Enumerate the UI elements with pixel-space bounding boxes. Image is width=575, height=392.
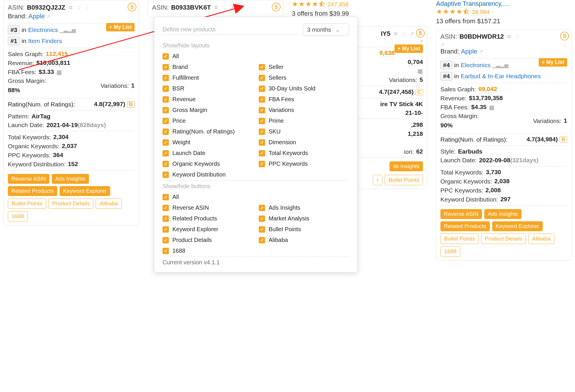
1688-button[interactable]: 1688 [8, 211, 28, 222]
checkbox-icon: ✓ [259, 129, 265, 135]
chart-icon[interactable]: ▁▃▂▅ [492, 62, 508, 68]
category-link[interactable]: Item Finders [28, 38, 62, 44]
my-list-button[interactable]: + My List [106, 23, 135, 31]
keyword-explorer-button[interactable]: Keyword Explorer [492, 221, 543, 231]
category-link[interactable]: Earbud & In-Ear Headphones [461, 73, 541, 80]
checkbox-market-analysis[interactable]: ✓Market Analysis [259, 215, 349, 222]
product-details-button[interactable]: Product Details [49, 198, 94, 209]
review-count[interactable]: 247,458 [328, 1, 349, 8]
sales-graph-value[interactable]: 112,415 [46, 50, 68, 58]
checkbox-variations[interactable]: ✓Variations [259, 107, 349, 113]
checkbox-icon: ✓ [162, 194, 169, 200]
heart-icon[interactable]: ♡ [514, 34, 520, 40]
external-link-icon[interactable]: ↗ [440, 42, 444, 47]
checkbox-all[interactable]: ✓All [162, 194, 349, 200]
my-list-button[interactable]: + My List [539, 58, 567, 67]
heart-icon[interactable]: ♡ [401, 31, 407, 37]
category-link[interactable]: Electronics [28, 26, 58, 33]
checkbox-1688[interactable]: ✓1688 [162, 247, 349, 254]
checkbox-revenue[interactable]: ✓Revenue [162, 96, 253, 103]
checkbox-fulfillment[interactable]: ✓Fulfillment [162, 74, 253, 81]
checkbox-alibaba[interactable]: ✓Alibaba [259, 237, 349, 243]
checkbox-sku[interactable]: ✓SKU [259, 128, 349, 135]
related-products-button[interactable]: Related Products [440, 221, 490, 231]
reverse-asin-button[interactable]: Reverse ASIN [440, 209, 482, 219]
ads-insights-button[interactable]: Ads Insights [484, 209, 522, 219]
chart-icon[interactable]: ▁▃▂▅ [60, 27, 76, 33]
alibaba-button[interactable]: Alibaba [96, 198, 122, 209]
checkbox-icon: ✓ [162, 129, 169, 135]
checkbox-dimension[interactable]: ✓Dimension [259, 139, 349, 146]
define-products-input[interactable]: Define new products [162, 24, 299, 35]
reverse-asin-button[interactable]: Reverse ASIN [8, 174, 49, 184]
more-icon[interactable]: ⋮ [562, 42, 567, 48]
copy-icon[interactable]: ⧉ [213, 5, 219, 10]
seller-sprite-icon[interactable]: S [560, 32, 569, 40]
1688-button[interactable]: 1688 [440, 246, 460, 257]
bullet-points-button[interactable]: Bullet Points [440, 234, 479, 244]
checkbox-organic-keywords[interactable]: ✓Organic Keywords [162, 161, 253, 167]
seller-sprite-icon[interactable]: S [128, 3, 136, 11]
seller-sprite-icon[interactable]: S [416, 29, 425, 38]
related-products-button[interactable]: Related Products [8, 186, 57, 196]
review-count[interactable]: 34,984 [472, 9, 490, 15]
seller-sprite-icon[interactable]: S [272, 3, 281, 11]
more-icon[interactable]: ⋮ [238, 5, 243, 10]
checkbox-bullet-points[interactable]: ✓Bullet Points [259, 226, 349, 233]
copy-icon[interactable]: ⧉ [506, 34, 512, 40]
calculator-icon[interactable]: ▦ [489, 104, 494, 111]
calculator-icon[interactable]: ▦ [417, 67, 423, 74]
bullet-points-button[interactable]: Bullet Points [8, 198, 46, 209]
share-icon[interactable]: ↗ [229, 5, 235, 10]
copy-icon[interactable]: ⧉ [393, 31, 399, 37]
checkbox-product-details[interactable]: ✓Product Details [162, 237, 253, 243]
product-details-button[interactable]: Product Details [481, 234, 526, 244]
copy-icon[interactable]: ⧉ [68, 5, 74, 10]
brand-link[interactable]: Apple [28, 13, 45, 20]
checkbox-price[interactable]: ✓Price [162, 117, 253, 124]
my-list-button[interactable]: + My List [394, 44, 423, 53]
checkbox-seller[interactable]: ✓Seller [259, 64, 349, 70]
checkbox-reverse-asin[interactable]: ✓Reverse ASIN [162, 204, 253, 211]
external-link-icon[interactable]: ↗ [47, 14, 50, 19]
checkbox-sellers[interactable]: ✓Sellers [259, 74, 349, 81]
checkbox-bsr[interactable]: ✓BSR [162, 85, 253, 92]
period-select[interactable]: 3 months⌄ [303, 24, 349, 36]
sales-graph-value[interactable]: 69,042 [478, 85, 497, 93]
category-link[interactable]: Electronics [461, 62, 491, 69]
alibaba-button[interactable]: Alibaba [528, 234, 554, 244]
checkbox-launch-date[interactable]: ✓Launch Date [162, 150, 253, 156]
checkbox-ads-insights[interactable]: ✓Ads Insights [259, 204, 349, 211]
external-link-icon[interactable]: ↗ [419, 39, 423, 44]
checkbox-related-products[interactable]: ✓Related Products [162, 215, 253, 222]
keyword-explorer-button[interactable]: Keyword Explorer [60, 186, 110, 196]
bullet-points-button[interactable]: Bullet Points [385, 175, 423, 185]
external-link-icon[interactable]: ↗ [479, 49, 483, 54]
checkbox-fba-fees[interactable]: ✓FBA Fees [259, 96, 349, 103]
share-icon[interactable]: ↗ [409, 31, 415, 37]
checkbox-rating-num-of-ratings-[interactable]: ✓Rating(Num. of Ratings) [162, 128, 253, 135]
action-buttons: Reverse ASIN Ads Insights Related Produc… [8, 174, 135, 222]
brand-link[interactable]: Apple [461, 48, 477, 55]
checkbox-prime[interactable]: ✓Prime [259, 117, 349, 124]
product-title-link[interactable]: Adaptive Transparency,… [436, 0, 572, 8]
checkbox-ppc-keywords[interactable]: ✓PPC Keywords [259, 161, 349, 167]
checkbox-keyword-explorer[interactable]: ✓Keyword Explorer [162, 226, 253, 233]
heart-icon[interactable]: ♡ [76, 5, 82, 10]
rank-badge: #4 [440, 61, 452, 70]
star-rating-icon: ★★★★⯪ [292, 0, 326, 8]
ads-insights-button[interactable]: Ads Insights [52, 174, 89, 184]
product-card: S ASIN: B0932QJ2JZ ⧉ ♡ ⋮ Brand: Apple ↗ … [3, 0, 139, 225]
checkbox-brand[interactable]: ✓Brand [162, 64, 253, 70]
checkbox-icon: ✓ [162, 172, 169, 178]
more-icon[interactable]: ⋮ [84, 5, 90, 10]
checkbox-keyword-distribution[interactable]: ✓Keyword Distribution [162, 171, 349, 178]
calculator-icon[interactable]: ▦ [56, 69, 62, 76]
ads-insights-button[interactable]: ds Insights [390, 161, 423, 171]
checkbox-weight[interactable]: ✓Weight [162, 139, 253, 146]
heart-icon[interactable]: ♡ [221, 5, 227, 10]
checkbox-total-keywords[interactable]: ✓Total Keywords [259, 150, 349, 156]
checkbox-all[interactable]: ✓All [162, 53, 349, 60]
checkbox-gross-margin[interactable]: ✓Gross Margin [162, 107, 253, 113]
checkbox-30-day-units-sold[interactable]: ✓30-Day Units Sold [259, 85, 349, 92]
